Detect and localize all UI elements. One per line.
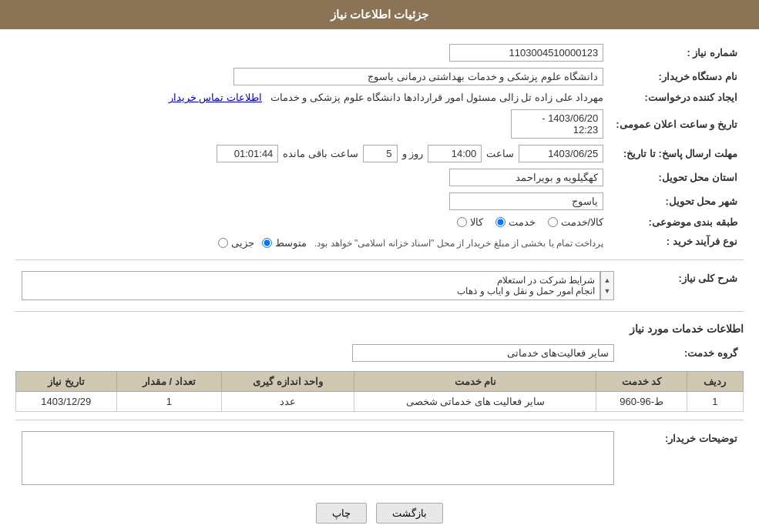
city-value: یاسوج — [15, 189, 610, 213]
col-row: ردیف — [687, 372, 743, 392]
category-option-service[interactable]: خدمت — [495, 216, 536, 228]
city-row: شهر محل تحویل: یاسوج — [15, 189, 744, 213]
description-area: ▲ ▼ شرایط شرکت در استعلام انجام امور حمل… — [15, 268, 620, 303]
table-header: ردیف کد خدمت نام خدمت واحد اندازه گیری ت… — [16, 372, 744, 392]
announce-label: تاریخ و ساعت اعلان عمومی: — [610, 106, 744, 142]
category-row: طبقه بندی موضوعی: کالا/خدمت خدمت کالا — [15, 213, 744, 231]
category-label-goods: کالا — [470, 216, 483, 228]
creator-text: مهرداد علی زاده تل زالی مسئول امور قرارد… — [270, 92, 603, 103]
process-option-medium[interactable]: متوسط — [262, 237, 307, 249]
service-group-table: گروه خدمت: سایر فعالیت‌های خدماتی — [15, 341, 744, 365]
buyer-name-row: نام دستگاه خریدار: دانشگاه علوم پزشکی و … — [15, 65, 744, 89]
process-label: نوع فرآیند خرید : — [610, 231, 744, 252]
deadline-value: 1403/06/25 ساعت 14:00 روز و 5 ساعت باقی … — [15, 142, 610, 166]
category-radio-goods-services[interactable] — [548, 217, 558, 227]
category-label-goods-services: کالا/خدمت — [561, 216, 604, 228]
page-header: جزئیات اطلاعات نیاز — [0, 0, 759, 29]
province-label: استان محل تحویل: — [610, 166, 744, 189]
info-table: شماره نیاز : 1103004510000123 نام دستگاه… — [15, 41, 744, 252]
announce-field: 1403/06/20 - 12:23 — [511, 109, 603, 139]
deadline-remaining-field: 01:01:44 — [217, 145, 278, 162]
description-line-2: انجام امور حمل و نقل و ایاب و ذهاب — [27, 286, 595, 296]
scroll-up-icon[interactable]: ▲ — [604, 275, 611, 286]
page-wrapper: جزئیات اطلاعات نیاز شماره نیاز : 1103004… — [0, 0, 759, 532]
col-code: کد خدمت — [596, 372, 687, 392]
category-radio-service[interactable] — [495, 217, 505, 227]
deadline-date-field: 1403/06/25 — [519, 145, 603, 162]
divider-1 — [15, 259, 744, 260]
deadline-days-field: 5 — [363, 145, 398, 162]
divider-3 — [15, 420, 744, 420]
category-options: کالا/خدمت خدمت کالا — [15, 213, 610, 231]
print-button[interactable]: چاپ — [316, 503, 367, 524]
description-row: شرح کلی نیاز: ▲ ▼ شرایط شرکت در استعلام … — [15, 268, 744, 303]
table-body: 1 ط-96-960 سایر فعالیت های خدماتی شخصی ع… — [16, 392, 744, 412]
content-area: شماره نیاز : 1103004510000123 نام دستگاه… — [0, 29, 759, 532]
buyer-desc-textarea[interactable] — [22, 431, 614, 485]
table-header-row: ردیف کد خدمت نام خدمت واحد اندازه گیری ت… — [16, 372, 744, 392]
services-section-title: اطلاعات خدمات مورد نیاز — [15, 323, 744, 335]
creator-value: مهرداد علی زاده تل زالی مسئول امور قرارد… — [15, 89, 610, 106]
cell-code-1: ط-96-960 — [596, 392, 687, 412]
province-field: کهگیلویه و بویراحمد — [449, 169, 603, 186]
category-option-goods[interactable]: کالا — [457, 216, 483, 228]
process-option-minor[interactable]: جزیی — [218, 237, 254, 249]
service-group-field: سایر فعالیت‌های خدماتی — [352, 344, 614, 362]
button-row: بازگشت چاپ — [15, 503, 744, 524]
buyer-name-value: دانشگاه علوم پزشکی و خدمات بهداشتی درمان… — [15, 65, 610, 89]
process-options: پرداخت تمام یا بخشی از مبلغ خریدار از مح… — [15, 231, 610, 252]
scroll-down-icon[interactable]: ▼ — [604, 286, 611, 296]
process-radio-medium[interactable] — [262, 238, 272, 248]
cell-unit-1: عدد — [222, 392, 354, 412]
service-group-row: گروه خدمت: سایر فعالیت‌های خدماتی — [15, 341, 744, 365]
cell-date-1: 1403/12/29 — [16, 392, 117, 412]
announce-row: تاریخ و ساعت اعلان عمومی: 1403/06/20 - 1… — [15, 106, 744, 142]
process-label-medium: متوسط — [275, 237, 307, 249]
announce-value: 1403/06/20 - 12:23 — [15, 106, 610, 142]
buyer-desc-table: توضیحات خریدار: — [15, 428, 744, 490]
province-value: کهگیلویه و بویراحمد — [15, 166, 610, 189]
page-title: جزئیات اطلاعات نیاز — [331, 8, 428, 21]
services-data-table: ردیف کد خدمت نام خدمت واحد اندازه گیری ت… — [15, 371, 744, 412]
deadline-time-label: ساعت — [486, 148, 514, 159]
col-qty: تعداد / مقدار — [116, 372, 222, 392]
cell-qty-1: 1 — [116, 392, 222, 412]
contact-link[interactable]: اطلاعات تماس خریدار — [169, 92, 262, 103]
description-wrapper: ▲ ▼ شرایط شرکت در استعلام انجام امور حمل… — [22, 271, 614, 300]
need-number-row: شماره نیاز : 1103004510000123 — [15, 41, 744, 65]
need-number-field: 1103004510000123 — [449, 44, 603, 62]
province-row: استان محل تحویل: کهگیلویه و بویراحمد — [15, 166, 744, 189]
back-button[interactable]: بازگشت — [376, 503, 443, 524]
deadline-label: مهلت ارسال پاسخ: تا تاریخ: — [610, 142, 744, 166]
service-group-value: سایر فعالیت‌های خدماتی — [15, 341, 620, 365]
cell-name-1: سایر فعالیت های خدماتی شخصی — [354, 392, 596, 412]
col-name: نام خدمت — [354, 372, 596, 392]
process-radio-minor[interactable] — [218, 238, 228, 248]
category-option-goods-services[interactable]: کالا/خدمت — [548, 216, 604, 228]
col-unit: واحد اندازه گیری — [222, 372, 354, 392]
description-scroll[interactable]: ▲ ▼ — [600, 271, 614, 300]
table-row: 1 ط-96-960 سایر فعالیت های خدماتی شخصی ع… — [16, 392, 744, 412]
col-date: تاریخ نیاز — [16, 372, 117, 392]
deadline-remaining-label: ساعت باقی مانده — [283, 148, 358, 159]
need-number-label: شماره نیاز : — [610, 41, 744, 65]
need-number-value: 1103004510000123 — [307, 41, 610, 65]
description-line-1: شرایط شرکت در استعلام — [27, 275, 595, 286]
description-table: شرح کلی نیاز: ▲ ▼ شرایط شرکت در استعلام … — [15, 268, 744, 303]
process-note: پرداخت تمام یا بخشی از مبلغ خریدار از مح… — [314, 238, 603, 249]
creator-row: ایجاد کننده درخواست: مهرداد علی زاده تل … — [15, 89, 744, 106]
creator-label: ایجاد کننده درخواست: — [610, 89, 744, 106]
buyer-desc-area — [15, 428, 620, 490]
process-label-minor: جزیی — [231, 237, 254, 249]
category-radio-goods[interactable] — [457, 217, 467, 227]
deadline-days-label: روز و — [402, 148, 424, 159]
city-field: یاسوج — [449, 192, 603, 210]
buyer-name-label: نام دستگاه خریدار: — [610, 65, 744, 89]
deadline-row: مهلت ارسال پاسخ: تا تاریخ: 1403/06/25 سا… — [15, 142, 744, 166]
buyer-name-field: دانشگاه علوم پزشکی و خدمات بهداشتی درمان… — [233, 68, 603, 85]
city-label: شهر محل تحویل: — [610, 189, 744, 213]
description-label: شرح کلی نیاز: — [620, 268, 744, 303]
category-label: طبقه بندی موضوعی: — [610, 213, 744, 231]
cell-row-1: 1 — [687, 392, 743, 412]
buyer-desc-label: توضیحات خریدار: — [620, 428, 744, 490]
